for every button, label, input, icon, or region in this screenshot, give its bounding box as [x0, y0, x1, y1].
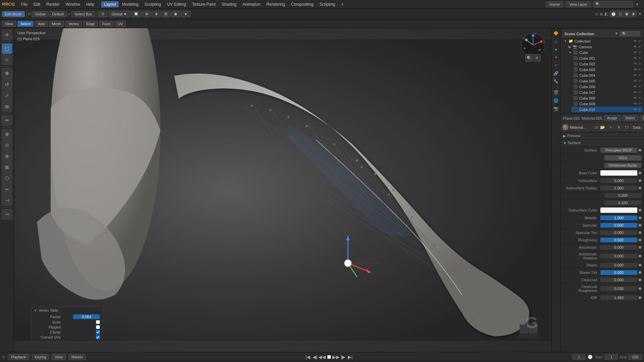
assign-button[interactable]: Assign	[604, 115, 620, 121]
cube-item[interactable]: ▼ ⬛ Cube 👁 ↗	[567, 50, 643, 55]
menu-file[interactable]: File	[18, 1, 30, 7]
c008-eye[interactable]: 👁	[634, 96, 637, 100]
c001-eye[interactable]: 👁	[634, 56, 637, 60]
start-frame-input[interactable]	[604, 354, 618, 360]
transform-selector[interactable]: Select Box	[71, 11, 95, 17]
workspace-sculpting[interactable]: Sculpting	[142, 1, 164, 7]
physics-icon[interactable]: ⚛	[552, 62, 560, 69]
ss-radius-dot[interactable]	[639, 187, 641, 189]
c010-eye[interactable]: 👁	[634, 108, 637, 111]
c007-sel[interactable]: ↗	[638, 90, 641, 94]
sheen-value[interactable]: 0.000	[600, 263, 637, 267]
transform-tool-left[interactable]: ⊞	[2, 101, 12, 112]
mesh-data-icon[interactable]: △	[552, 38, 560, 45]
sheen-tint-dot[interactable]	[639, 271, 641, 274]
knife-left[interactable]: ✂	[2, 184, 12, 195]
filter-icon[interactable]: ▼	[635, 2, 639, 7]
select-icon[interactable]: ↗	[638, 39, 641, 43]
cube002-item[interactable]: ⬛ Cube.002 👁↗	[571, 61, 643, 67]
snap-option-2[interactable]: 🔲	[131, 11, 142, 17]
c003-eye[interactable]: 👁	[634, 68, 637, 71]
select-box-tool[interactable]: ⬚	[2, 43, 12, 54]
current-frame-input[interactable]	[572, 354, 586, 360]
bisect-left[interactable]: ⊣	[2, 195, 12, 206]
keying-btn[interactable]: Keying	[32, 354, 49, 360]
c005-sel[interactable]: ↗	[638, 79, 641, 83]
c003-sel[interactable]: ↗	[638, 68, 641, 71]
c005-eye[interactable]: 👁	[634, 79, 637, 83]
cube-eye[interactable]: 👁	[634, 51, 637, 54]
workspace-modeling[interactable]: Modeling	[119, 1, 141, 7]
cube004-item[interactable]: ⬛ Cube.004 👁↗	[571, 72, 643, 78]
cube001-item[interactable]: ⬛ Cube.001 👁↗	[571, 55, 643, 61]
preview-section[interactable]: ▶ Preview	[560, 132, 644, 139]
inset-tool-left[interactable]: ⊙	[2, 140, 12, 150]
c001-sel[interactable]: ↗	[638, 56, 641, 60]
zoom-in-btn[interactable]: 🔍	[525, 54, 533, 62]
surface-section[interactable]: ▼ Surface	[560, 139, 644, 146]
cam-eye[interactable]: 👁	[634, 45, 637, 49]
flipped-checkbox[interactable]	[96, 325, 100, 329]
c004-eye[interactable]: 👁	[634, 73, 637, 77]
mat-remove-btn[interactable]: ✕	[615, 124, 622, 131]
material-icon[interactable]: ●	[552, 46, 560, 53]
ss-model-value[interactable]: Christensen-Burley	[604, 163, 641, 168]
material-shading[interactable]: ◉	[624, 11, 630, 17]
rotate-tool-left[interactable]: ↺	[2, 79, 12, 90]
workspace-scripting[interactable]: Scripting	[317, 1, 338, 7]
end-frame-input[interactable]	[629, 354, 642, 360]
playback-btn[interactable]: Playback	[8, 354, 29, 360]
particle-icon[interactable]: ✦	[552, 54, 560, 61]
mode-selector[interactable]: Edit Mode	[2, 11, 25, 17]
move-tool-left[interactable]: ✥	[2, 68, 12, 79]
c007-eye[interactable]: 👁	[634, 90, 637, 94]
metallic-dot[interactable]	[639, 217, 641, 219]
workspace-uv-editing[interactable]: UV Editing	[164, 1, 189, 7]
factor-input[interactable]	[73, 314, 100, 319]
bevel-tool-left[interactable]: ⊗	[2, 151, 12, 162]
workspace-shading[interactable]: Shading	[219, 1, 239, 7]
c009-sel[interactable]: ↗	[638, 102, 641, 106]
view-btn[interactable]: View	[2, 21, 16, 27]
mat-fake-user-btn[interactable]: 🛡	[624, 124, 630, 131]
annotate-tool-left[interactable]: ✏	[2, 115, 12, 126]
world-icon[interactable]: 🌐	[552, 97, 560, 104]
lasso-tool[interactable]: ⊂	[2, 54, 12, 65]
face-btn[interactable]: Face	[99, 21, 113, 27]
play-btn[interactable]: ▶▶	[333, 354, 339, 360]
outliner-filter-icon[interactable]: ▼	[614, 31, 619, 36]
smooth-left[interactable]: ⊸	[2, 209, 12, 220]
distribution-value[interactable]: GGX	[604, 155, 641, 161]
ss-color-value[interactable]	[600, 207, 637, 213]
cc-rough-value[interactable]: 0.030	[600, 286, 637, 291]
aniso-rot-dot[interactable]	[639, 255, 641, 257]
scale-tool-left[interactable]: ⤢	[2, 90, 12, 101]
jump-start-btn[interactable]: |◀	[305, 354, 311, 360]
scene-selector[interactable]: Scene	[546, 1, 564, 7]
scene-icon[interactable]: 🎬	[552, 89, 560, 96]
c002-sel[interactable]: ↗	[638, 62, 641, 66]
anisotropic-dot[interactable]	[639, 246, 641, 249]
specular-value[interactable]: 0.500	[600, 223, 637, 228]
mesh-btn[interactable]: Mesh	[49, 21, 64, 27]
specular-dot[interactable]	[639, 224, 641, 227]
workspace-rendering[interactable]: Rendering	[264, 1, 287, 7]
cube009-item[interactable]: ⬛ Cube.009 👁↗	[571, 101, 643, 107]
deselect-button[interactable]: Deselect	[640, 115, 644, 121]
solid-shading[interactable]: ⬤	[610, 11, 617, 17]
view-layer-selector[interactable]: View Layer	[566, 1, 591, 7]
edge-btn[interactable]: Edge	[83, 21, 98, 27]
clearcoat-value[interactable]: 0.000	[600, 278, 637, 282]
metallic-value[interactable]: 1.000	[600, 216, 637, 220]
cube006-item[interactable]: ⬛ Cube.006 👁↗	[571, 84, 643, 89]
snap-option-3[interactable]: ⊕	[142, 11, 151, 17]
render-shading[interactable]: ◈	[630, 11, 636, 17]
c009-eye[interactable]: 👁	[634, 102, 637, 106]
workspace-layout[interactable]: Layout	[101, 1, 119, 7]
roughness-value[interactable]: 0.500	[600, 238, 637, 242]
spec-tint-value[interactable]: 0.000	[600, 230, 637, 235]
cam-select[interactable]: ↗	[638, 45, 641, 49]
orientation-selector[interactable]: Global	[32, 11, 49, 17]
cube003-item[interactable]: ⬛ Cube.003 👁↗	[571, 67, 643, 72]
aniso-rot-value[interactable]: 0.000	[600, 254, 637, 258]
